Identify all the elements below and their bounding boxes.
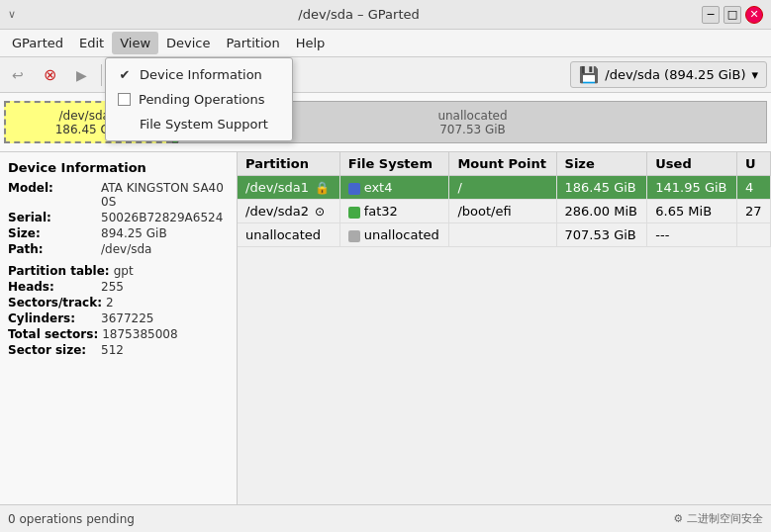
disk-icon: 💾 bbox=[579, 65, 599, 84]
cell-filesystem: ext4 bbox=[339, 176, 449, 200]
file-system-support-label: File System Support bbox=[140, 117, 268, 132]
cancel-icon: ⊗ bbox=[44, 65, 56, 84]
di-model-row: Model: ATA KINGSTON SA400S bbox=[8, 181, 229, 209]
cell-used: 141.95 GiB bbox=[647, 176, 737, 200]
status-bar: 0 operations pending ⚙ 二进制空间安全 bbox=[0, 504, 771, 532]
pv-unallocated-size: 707.53 GiB bbox=[439, 123, 506, 136]
main-area: Device Information Model: ATA KINGSTON S… bbox=[0, 152, 771, 504]
cell-unused: 27 bbox=[736, 200, 770, 223]
di-sector-size-label: Sector size: bbox=[8, 343, 97, 357]
menu-item-file-system-support[interactable]: File System Support bbox=[106, 112, 292, 136]
menu-view[interactable]: View bbox=[112, 32, 158, 54]
di-cylinders-value: 3677225 bbox=[101, 311, 153, 325]
menu-help[interactable]: Help bbox=[288, 32, 334, 54]
device-selector-label: /dev/sda (894.25 GiB) bbox=[605, 67, 745, 82]
cancel-button[interactable]: ⊗ bbox=[36, 61, 63, 89]
cell-partition: /dev/sda2 ⊙ bbox=[238, 200, 339, 223]
di-serial-label: Serial: bbox=[8, 211, 97, 224]
di-cylinders-row: Cylinders: 3677225 bbox=[8, 311, 229, 325]
di-serial-row: Serial: 50026B72829A6524 bbox=[8, 211, 229, 224]
device-selector[interactable]: 💾 /dev/sda (894.25 GiB) ▾ bbox=[570, 61, 767, 88]
menu-item-device-information[interactable]: ✔ Device Information bbox=[106, 62, 292, 87]
toolbar-separator bbox=[101, 64, 102, 86]
di-cylinders-label: Cylinders: bbox=[8, 311, 97, 325]
table-row[interactable]: /dev/sda2 ⊙ fat32 /boot/efi 286.00 MiB 6… bbox=[238, 200, 771, 223]
table-row[interactable]: unallocated unallocated 707.53 GiB --- bbox=[238, 223, 771, 247]
menu-item-pending-operations[interactable]: Pending Operations bbox=[106, 87, 292, 112]
di-size-row: Size: 894.25 GiB bbox=[8, 226, 229, 240]
partition-table-area: Partition File System Mount Point Size U… bbox=[238, 152, 771, 504]
checkmark-device-info-icon: ✔ bbox=[118, 68, 132, 82]
di-total-sectors-label: Total sectors: bbox=[8, 327, 98, 341]
apply-button[interactable]: ▶ bbox=[67, 61, 95, 89]
apply-icon: ▶ bbox=[76, 67, 87, 83]
status-text: 0 operations pending bbox=[8, 512, 135, 526]
pending-operations-label: Pending Operations bbox=[139, 92, 265, 107]
fs-badge-unalloc bbox=[348, 230, 360, 242]
di-ptable-row: Partition table: gpt bbox=[8, 264, 229, 278]
new-icon: ↩ bbox=[12, 67, 24, 83]
menu-edit[interactable]: Edit bbox=[71, 32, 112, 54]
col-partition: Partition bbox=[238, 152, 339, 176]
cell-mountpoint: / bbox=[449, 176, 556, 200]
key-icon: ⊙ bbox=[315, 205, 325, 219]
cell-unused: 4 bbox=[736, 176, 770, 200]
cell-size: 707.53 GiB bbox=[556, 223, 647, 247]
table-row[interactable]: /dev/sda1 🔒 ext4 / 186.45 GiB 141.95 GiB… bbox=[238, 176, 771, 200]
pv-unallocated-label: unallocated bbox=[437, 109, 507, 123]
di-ptable-value: gpt bbox=[114, 264, 134, 278]
di-total-sectors-value: 1875385008 bbox=[102, 327, 177, 341]
cell-unused bbox=[736, 223, 770, 247]
di-model-label: Model: bbox=[8, 181, 97, 209]
fs-badge-ext4 bbox=[348, 183, 360, 195]
di-size-value: 894.25 GiB bbox=[101, 226, 167, 240]
maximize-button[interactable]: □ bbox=[723, 6, 741, 24]
di-sectors-track-label: Sectors/track: bbox=[8, 296, 102, 310]
di-sector-size-row: Sector size: 512 bbox=[8, 343, 229, 357]
cell-mountpoint bbox=[449, 223, 556, 247]
di-heads-value: 255 bbox=[101, 280, 124, 294]
title-bar: ∨ /dev/sda – GParted − □ ✕ bbox=[0, 0, 771, 30]
menu-partition[interactable]: Partition bbox=[219, 32, 288, 54]
table-header-row: Partition File System Mount Point Size U… bbox=[238, 152, 771, 176]
title-bar-chevron: ∨ bbox=[8, 8, 16, 21]
di-heads-label: Heads: bbox=[8, 280, 97, 294]
cell-partition: /dev/sda1 🔒 bbox=[238, 176, 339, 200]
window-controls: − □ ✕ bbox=[702, 6, 763, 24]
partition-table: Partition File System Mount Point Size U… bbox=[238, 152, 771, 247]
title-bar-title: /dev/sda – GParted bbox=[298, 7, 419, 22]
di-total-sectors-row: Total sectors: 1875385008 bbox=[8, 327, 229, 341]
di-path-row: Path: /dev/sda bbox=[8, 242, 229, 256]
watermark: ⚙ 二进制空间安全 bbox=[673, 511, 763, 526]
di-sector-size-value: 512 bbox=[101, 343, 124, 357]
device-info-title: Device Information bbox=[8, 160, 229, 175]
di-serial-value: 50026B72829A6524 bbox=[101, 211, 223, 224]
lock-icon: 🔒 bbox=[315, 181, 330, 195]
cell-filesystem: unallocated bbox=[339, 223, 449, 247]
di-sectors-track-value: 2 bbox=[106, 296, 114, 310]
minimize-button[interactable]: − bbox=[702, 6, 720, 24]
di-model-value: ATA KINGSTON SA400S bbox=[101, 181, 229, 209]
view-dropdown-menu: ✔ Device Information Pending Operations … bbox=[105, 57, 293, 141]
di-ptable-label: Partition table: bbox=[8, 264, 110, 278]
checkbox-pending-ops-icon bbox=[118, 93, 131, 106]
device-information-label: Device Information bbox=[140, 67, 262, 82]
menu-gparted[interactable]: GParted bbox=[4, 32, 71, 54]
menu-device[interactable]: Device bbox=[158, 32, 218, 54]
watermark-icon: ⚙ bbox=[673, 512, 683, 525]
close-button[interactable]: ✕ bbox=[745, 6, 763, 24]
cell-size: 286.00 MiB bbox=[556, 200, 647, 223]
cell-used: --- bbox=[647, 223, 737, 247]
col-filesystem: File System bbox=[339, 152, 449, 176]
cell-filesystem: fat32 bbox=[339, 200, 449, 223]
cell-mountpoint: /boot/efi bbox=[449, 200, 556, 223]
col-unused: U bbox=[736, 152, 770, 176]
di-sectors-track-row: Sectors/track: 2 bbox=[8, 296, 229, 310]
cell-size: 186.45 GiB bbox=[556, 176, 647, 200]
col-mountpoint: Mount Point bbox=[449, 152, 556, 176]
new-button[interactable]: ↩ bbox=[4, 61, 32, 89]
di-path-value: /dev/sda bbox=[101, 242, 151, 256]
cell-partition: unallocated bbox=[238, 223, 339, 247]
fs-badge-fat32 bbox=[348, 207, 360, 219]
device-info-panel: Device Information Model: ATA KINGSTON S… bbox=[0, 152, 238, 504]
